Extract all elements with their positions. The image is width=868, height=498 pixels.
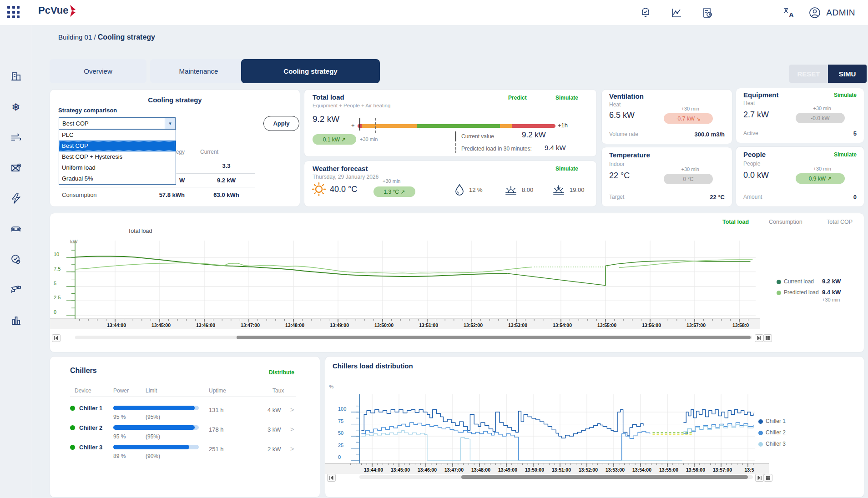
footer-label: Volume rate [609,131,638,137]
svg-text:50: 50 [338,430,343,436]
delta-note: +30 min [813,106,831,111]
logs-report-icon[interactable] [701,6,714,20]
alarm-bell-icon[interactable] [639,6,652,20]
sunset-icon [552,185,565,196]
simulate-link[interactable]: Simulate [834,151,857,158]
delta-value: -0.0 kW [811,115,829,121]
trends-chart-icon[interactable] [670,6,683,20]
people-card: People Simulate People 0.0 kW +30 min 0.… [736,146,864,207]
dropdown-option[interactable]: Best COP [59,141,176,151]
load-forecast-bar [358,124,555,128]
chart-tab-consumption[interactable]: Consumption [769,219,802,225]
ventilation-card: Ventilation Heat 6.5 kW +30 min -0.7 kW … [601,89,732,144]
sunset-time: 19:00 [570,186,585,193]
delta-value: 1.3 °C [384,189,399,195]
trend-up-icon: ↗ [341,136,346,143]
sidebar-item-building-icon[interactable] [10,70,22,83]
simulate-link[interactable]: Simulate [555,166,578,172]
svg-text:13:48:00: 13:48:00 [471,467,490,473]
pcvue-logo-mark [69,5,76,17]
heat-value: 2.7 kW [743,110,769,120]
chart-scrollbar-thumb[interactable] [237,336,751,339]
language-translate-icon[interactable]: A [782,6,796,20]
sidebar-item-energy-icon[interactable] [10,192,22,205]
cooling-strategy-card: Cooling strategy Strategy comparison Str… [50,89,300,207]
humidity-value: 12 % [469,186,483,193]
legend-label: Chiller 3 [766,441,786,447]
svg-text:13:47:00: 13:47:00 [444,467,464,473]
chiller-name: Chiller 3 [79,444,102,451]
chart-scrollbar-thumb[interactable] [461,475,748,479]
card-title: Temperature [609,151,650,159]
user-name[interactable]: ADMIN [826,8,855,18]
dropdown-option[interactable]: Best COP + Hysteresis [59,151,176,162]
row-strategy-value: W [179,177,197,184]
tab-overview[interactable]: Overview [50,59,146,83]
delta-value: 0.9 kW [809,176,826,182]
strategy-select[interactable]: Best COP ▾ [59,117,176,129]
dropdown-option[interactable]: PLC [59,130,176,141]
apply-button[interactable]: Apply [263,116,299,131]
svg-text:5: 5 [54,281,56,286]
chart-grid-button[interactable] [763,334,772,342]
tab-maintenance[interactable]: Maintenance [150,59,247,83]
breadcrumb-parent[interactable]: Building 01 / [58,33,96,41]
delta-pill: -0.0 kW [796,113,845,123]
status-dot [70,425,75,430]
simulate-link[interactable]: Simulate [555,95,578,101]
dropdown-option[interactable]: Gradual 5% [59,173,176,184]
limit-pct: (95%) [146,433,160,440]
delta-pill: -0.7 kW ↘ [664,113,713,124]
pcvue-logo-text: PcVue [38,5,68,16]
chevron-right-icon[interactable]: > [290,406,294,413]
card-title: Total load [313,93,344,101]
chillers-distribution-chart: 13:44:0013:45:0013:46:0013:47:0013:48:00… [325,391,780,488]
sidebar-item-statistics-icon[interactable] [10,314,22,327]
sub-label: People [743,161,760,167]
svg-text:13:46:00: 13:46:00 [418,467,437,473]
sidebar-nav: ❄ [0,25,32,498]
uptime: 131 h [209,407,224,413]
topbar-icons: A ADMIN [621,0,855,25]
chevron-right-icon[interactable]: > [290,445,294,453]
delta-note: +30 min [360,136,378,142]
svg-text:13:54:00: 13:54:00 [553,322,572,328]
sidebar-item-ventilation-icon[interactable] [10,131,22,144]
sidebar-item-map-icon[interactable] [10,162,22,174]
taux: 3 kW [267,426,281,433]
scroll-start-button[interactable] [327,474,336,482]
dropdown-option[interactable]: Uniform load [59,162,176,173]
user-avatar-icon[interactable] [808,6,822,20]
card-title: Weather forecast [313,165,368,172]
sidebar-item-cooling-icon[interactable]: ❄ [10,101,22,113]
reset-button[interactable]: RESET [789,65,828,83]
pcvue-logo: PcVue [38,5,76,17]
predict-link[interactable]: Predict [508,95,527,101]
sub-label: Heat [609,101,621,108]
simu-button[interactable]: SIMU [828,65,867,83]
simulate-link[interactable]: Simulate [834,92,857,98]
svg-text:13:46:00: 13:46:00 [196,322,215,328]
chart-tab-total-load[interactable]: Total load [722,219,749,225]
strategy-dropdown-list: PLCBest COPBest COP + HysteresisUniform … [59,129,176,185]
tab-cooling-strategy[interactable]: Cooling strategy [241,59,380,83]
scroll-end-button[interactable] [755,334,763,342]
delta-value: 0 °C [683,176,693,182]
chevron-right-icon[interactable]: > [290,425,294,433]
sunrise-icon [505,185,517,196]
legend-note: +30 min [822,297,840,302]
sidebar-item-cctv-icon[interactable] [10,284,22,296]
footer-value: 300.0 m3/h [695,131,725,138]
distribute-link[interactable]: Distribute [269,369,294,376]
legend-solid-line [455,131,456,141]
scroll-start-button[interactable] [52,334,61,342]
chart-tab-total-cop[interactable]: Total COP [827,219,853,225]
chart-grid-button[interactable] [764,474,772,482]
delta-note: +30 min [681,166,699,172]
taux: 4 kW [267,407,281,413]
app-launcher-icon[interactable] [7,6,20,19]
chevron-down-icon[interactable]: ▾ [165,118,175,129]
sidebar-item-vehicles-icon[interactable] [10,223,22,235]
scroll-end-button[interactable] [755,474,764,482]
sidebar-item-eco-icon[interactable] [10,253,22,266]
